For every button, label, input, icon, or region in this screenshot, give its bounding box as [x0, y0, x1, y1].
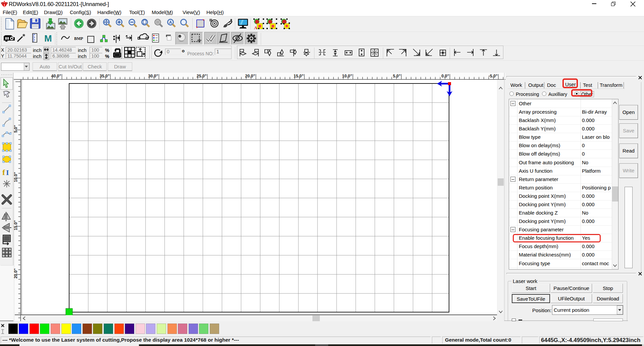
svg-text:20.0": 20.0" — [245, 74, 255, 78]
svg-text:A: A — [254, 25, 257, 30]
svg-text:-5.0": -5.0" — [489, 74, 498, 78]
svg-text:20.0": 20.0" — [13, 269, 18, 279]
svg-text:5.0": 5.0" — [393, 74, 401, 78]
svg-text:BMP: BMP — [74, 36, 83, 41]
svg-text:15.0": 15.0" — [13, 220, 18, 230]
svg-text:30.0": 30.0" — [148, 74, 158, 78]
svg-text:15.0": 15.0" — [294, 74, 304, 78]
svg-text:40.0": 40.0" — [51, 74, 61, 78]
svg-text:35.0": 35.0" — [100, 74, 110, 78]
svg-text:A: A — [169, 20, 172, 25]
svg-text:10.0": 10.0" — [13, 172, 18, 182]
svg-text:5.0": 5.0" — [13, 125, 18, 133]
svg-text:0.0": 0.0" — [441, 74, 449, 78]
svg-text:25.0": 25.0" — [197, 74, 207, 78]
svg-text:10.0": 10.0" — [342, 74, 352, 78]
svg-text:M: M — [44, 34, 52, 44]
